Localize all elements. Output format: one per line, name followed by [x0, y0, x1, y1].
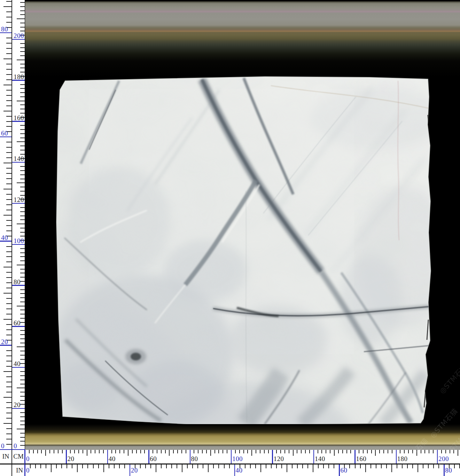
ruler-label-v_cm-160: 160 [14, 114, 24, 122]
ruler-label-v_cm-200: 200 [14, 32, 24, 40]
ruler-label-v_in-60: 60 [1, 130, 8, 137]
scanner-artifact-band-top [25, 0, 460, 77]
vertical-inch-ruler [0, 0, 11, 450]
corner-unit-label-in: IN [0, 450, 11, 463]
ruler-column-divider [11, 0, 12, 476]
ruler-label-v_cm-60: 60 [14, 319, 21, 327]
ruler-label-v_cm-120: 120 [14, 196, 24, 204]
ruler-label-v_cm-0: 0 [14, 442, 17, 450]
ruler-label-h_cm-160: 160 [356, 455, 366, 463]
zero-line-vertical [24, 449, 25, 476]
ruler-label-v_cm-20: 20 [14, 401, 21, 409]
ruler-label-h_in-40: 40 [236, 467, 243, 474]
ruler-label-h_cm-0: 0 [26, 455, 30, 463]
ruler-label-h_cm-40: 40 [109, 455, 116, 463]
vertical-cm-ruler [12, 0, 25, 450]
ruler-label-h_in-20: 20 [131, 467, 138, 474]
ruler-label-v_cm-40: 40 [14, 360, 21, 368]
ruler-label-v_cm-80: 80 [14, 278, 21, 286]
ruler-label-h_cm-80: 80 [191, 455, 198, 463]
ruler-label-v_in-20: 20 [1, 338, 8, 346]
ruler-label-v_cm-100: 100 [14, 237, 24, 245]
brand-watermark: ◎STM石猫 [438, 362, 460, 396]
ruler-label-h_in-80: 80 [445, 467, 452, 474]
ruler-label-h_in-0: 0 [26, 467, 30, 474]
ruler-label-h_cm-60: 60 [150, 455, 157, 463]
corner-unit-label-in-bottom: IN [0, 465, 25, 476]
ruler-label-v_in-40: 40 [1, 234, 8, 242]
ruler-label-h_cm-100: 100 [232, 455, 243, 463]
ruler-label-v_cm-140: 140 [14, 155, 24, 163]
marble-slab-image [56, 76, 431, 424]
scanner-artifact-band-bottom [25, 424, 460, 450]
ruler-label-h_in-60: 60 [340, 467, 347, 474]
ruler-label-v_cm-180: 180 [14, 73, 24, 81]
ruler-strip-divider [0, 463, 460, 465]
ruler-label-v_in-0: 0 [1, 442, 5, 450]
corner-unit-label-cm: CM [12, 450, 25, 463]
ruler-label-h_cm-140: 140 [315, 455, 325, 463]
ruler-label-h_cm-120: 120 [273, 455, 284, 463]
slab-scan-canvas: IN CM IN 2001801601401201008060402008060… [0, 0, 460, 476]
ruler-label-v_in-80: 80 [1, 25, 8, 33]
ruler-label-h_cm-20: 20 [67, 455, 74, 463]
